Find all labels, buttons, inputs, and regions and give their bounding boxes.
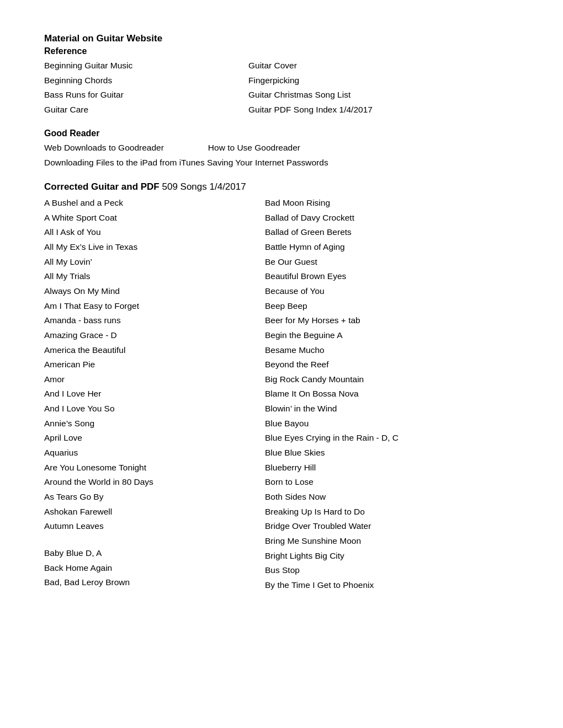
list-item: Blowin’ in the Wind	[265, 402, 519, 416]
goodreader-right: How to Use Goodreader	[208, 141, 300, 156]
ref-left-4: Guitar Care	[44, 103, 248, 117]
list-item: Ballad of Davy Crockett	[265, 211, 519, 226]
list-item: All My Trials	[44, 269, 265, 284]
list-item: Am I That Easy to Forget	[44, 299, 265, 314]
ref-row-4: Guitar Care Guitar PDF Song Index 1/4/20…	[44, 103, 519, 117]
goodreader-left: Web Downloads to Goodreader	[44, 141, 164, 156]
list-item: America the Beautiful	[44, 343, 265, 358]
list-item: Be Our Guest	[265, 255, 519, 270]
list-item: Baby Blue D, A	[44, 546, 265, 561]
ref-left-3: Bass Runs for Guitar	[44, 88, 248, 103]
list-item: Always On My Mind	[44, 284, 265, 299]
list-item: Blue Blue Skies	[265, 446, 519, 461]
list-item: Beyond the Reef	[265, 357, 519, 372]
list-item: Amazing Grace - D	[44, 328, 265, 343]
list-item: Blue Eyes Crying in the Rain - D, C	[265, 431, 519, 446]
list-item: Around the World in 80 Days	[44, 475, 265, 490]
list-item: Besame Mucho	[265, 343, 519, 358]
list-item: Bad Moon Rising	[265, 196, 519, 211]
list-item: Annie’s Song	[44, 416, 265, 431]
ref-right-4: Guitar PDF Song Index 1/4/2017	[248, 103, 519, 117]
list-item: Ballad of Green Berets	[265, 225, 519, 240]
left-song-list: A Bushel and a Peck A White Sport Coat A…	[44, 196, 265, 593]
list-item: Aquarius	[44, 446, 265, 461]
list-item: Beautiful Brown Eyes	[265, 269, 519, 284]
goodreader-row2-text: Downloading Files to the iPad from iTune…	[44, 158, 328, 167]
ref-right-2: Fingerpicking	[248, 73, 519, 88]
list-item: Are You Lonesome Tonight	[44, 461, 265, 475]
goodreader-row1: Web Downloads to Goodreader How to Use G…	[44, 141, 519, 156]
list-item: Bright Lights Big City	[265, 549, 519, 564]
section-songs: Corrected Guitar and PDF 509 Songs 1/4/2…	[44, 181, 519, 593]
list-item: Back Home Again	[44, 561, 265, 576]
songs-container: A Bushel and a Peck A White Sport Coat A…	[44, 196, 519, 593]
list-item: Bad, Bad Leroy Brown	[44, 575, 265, 590]
ref-row-2: Beginning Chords Fingerpicking	[44, 73, 519, 88]
list-item: Ashokan Farewell	[44, 505, 265, 520]
list-item: Because of You	[265, 284, 519, 299]
list-item: Amanda - bass runs	[44, 313, 265, 328]
list-item: And I Love You So	[44, 402, 265, 416]
list-item: Bring Me Sunshine Moon	[265, 534, 519, 549]
list-item: Big Rock Candy Mountain	[265, 372, 519, 387]
list-item: A White Sport Coat	[44, 211, 265, 226]
ref-right-3: Guitar Christmas Song List	[248, 88, 519, 103]
list-item: Born to Lose	[265, 475, 519, 490]
right-song-list: Bad Moon Rising Ballad of Davy Crockett …	[265, 196, 519, 593]
list-item: All My Ex’s Live in Texas	[44, 240, 265, 255]
ref-right-1: Guitar Cover	[248, 58, 519, 73]
list-item: Breaking Up Is Hard to Do	[265, 505, 519, 520]
list-item: Beer for My Horses + tab	[265, 313, 519, 328]
list-item: Both Sides Now	[265, 490, 519, 505]
list-item: Begin the Beguine A	[265, 328, 519, 343]
goodreader-row2: Downloading Files to the iPad from iTune…	[44, 155, 519, 170]
list-item: Beep Beep	[265, 299, 519, 314]
section-goodreader: Good Reader Web Downloads to Goodreader …	[44, 129, 519, 170]
list-item: All I Ask of You	[44, 225, 265, 240]
ref-left-1: Beginning Guitar Music	[44, 58, 248, 73]
list-item: American Pie	[44, 357, 265, 372]
list-item: All My Lovin’	[44, 255, 265, 270]
ref-row-1: Beginning Guitar Music Guitar Cover	[44, 58, 519, 73]
list-item: Autumn Leaves	[44, 519, 265, 534]
list-item: Bridge Over Troubled Water	[265, 519, 519, 534]
section-material-subtitle: Reference	[44, 46, 519, 56]
list-item: As Tears Go By	[44, 490, 265, 505]
corrected-header: Corrected Guitar and PDF 509 Songs 1/4/2…	[44, 181, 519, 192]
section-material-title: Material on Guitar Website	[44, 33, 519, 44]
ref-left-2: Beginning Chords	[44, 73, 248, 88]
list-item: Bus Stop	[265, 563, 519, 578]
corrected-subtitle-rest: 509 Songs 1/4/2017	[160, 181, 246, 192]
list-item: April Love	[44, 431, 265, 446]
list-item: Amor	[44, 372, 265, 387]
list-item: Blueberry Hill	[265, 461, 519, 475]
list-item: And I Love Her	[44, 387, 265, 402]
corrected-title: Corrected Guitar and PDF	[44, 181, 160, 192]
section-material: Material on Guitar Website Reference Beg…	[44, 33, 519, 117]
list-item: Blue Bayou	[265, 416, 519, 431]
list-item: Blame It On Bossa Nova	[265, 387, 519, 402]
goodreader-title: Good Reader	[44, 129, 519, 138]
list-item: By the Time I Get to Phoenix	[265, 578, 519, 593]
list-item: Battle Hymn of Aging	[265, 240, 519, 255]
ref-row-3: Bass Runs for Guitar Guitar Christmas So…	[44, 88, 519, 103]
list-item: A Bushel and a Peck	[44, 196, 265, 211]
